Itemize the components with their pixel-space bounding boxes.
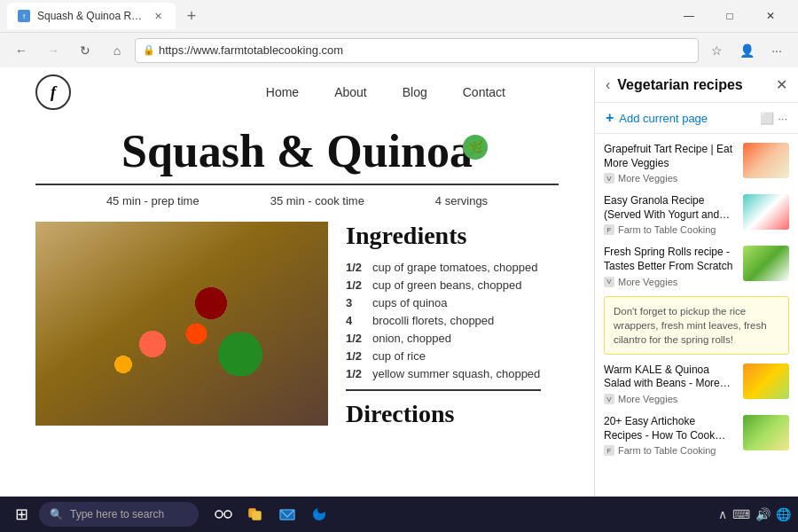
start-button[interactable]: ⊞ — [7, 500, 35, 528]
bookmark-info: Easy Granola Recipe (Served With Yogurt … — [604, 194, 736, 235]
home-button[interactable]: ⌂ — [103, 36, 131, 65]
cook-time: 35 min - cook time — [270, 194, 364, 207]
tab-favicon: f — [18, 10, 30, 22]
tab-title: Squash & Quinoa Recipe — [37, 10, 144, 22]
ingredient-qty: 1/2 — [346, 261, 372, 274]
sidebar-icon-1[interactable]: ⬜ — [760, 112, 774, 125]
nav-blog[interactable]: Blog — [403, 85, 427, 99]
list-item[interactable]: Fresh Spring Rolls recipe - Tastes Bette… — [595, 240, 798, 292]
note-box: Don't forget to pickup the rice wrappers… — [604, 296, 789, 355]
taskbar-edge[interactable] — [305, 500, 333, 528]
servings: 4 servings — [435, 194, 488, 207]
task-view-icon — [215, 505, 232, 523]
forward-button[interactable]: → — [39, 36, 67, 65]
tray-icons: ∧ ⌨ 🔊 🌐 — [718, 507, 791, 521]
system-tray: ∧ ⌨ 🔊 🌐 — [718, 507, 791, 521]
taskbar-mail[interactable] — [273, 500, 301, 528]
taskbar-search-box[interactable]: 🔍 Type here to search — [39, 502, 199, 527]
mail-icon — [278, 505, 296, 523]
source-name: More Veggies — [618, 394, 677, 404]
bookmark-info: Fresh Spring Rolls recipe - Tastes Bette… — [604, 246, 736, 286]
nav-bar: ← → ↻ ⌂ 🔒 https://www.farmtotablecooking… — [0, 32, 798, 67]
prep-time: 45 min - prep time — [106, 194, 200, 207]
sidebar-add-bar[interactable]: + Add current page ⬜ ··· — [595, 103, 798, 134]
bookmark-title: Warm KALE & Quinoa Salad with Beans - Mo… — [604, 364, 736, 391]
list-item[interactable]: Warm KALE & Quinoa Salad with Beans - Mo… — [595, 358, 798, 410]
recipe-image-visual — [35, 222, 328, 426]
tab-close-button[interactable]: ✕ — [151, 9, 165, 23]
recipe-ingredients: Ingredients 1/2cup of grape tomatoes, ch… — [328, 222, 559, 428]
favorites-button[interactable]: ☆ — [702, 36, 731, 65]
sidebar-header: ‹ Vegetarian recipes ✕ — [595, 67, 798, 103]
site-nav: Home About Blog Contact — [266, 85, 505, 99]
website: f Home About Blog Contact Squash & Quino… — [0, 67, 594, 532]
nav-home[interactable]: Home — [266, 85, 299, 99]
site-logo: f — [35, 74, 71, 110]
bookmark-info: 20+ Easy Artichoke Recipes - How To Cook… — [604, 415, 736, 456]
source-favicon: F — [604, 224, 614, 235]
list-item[interactable]: Easy Granola Recipe (Served With Yogurt … — [595, 189, 798, 240]
source-name: More Veggies — [618, 277, 677, 287]
nav-contact[interactable]: Contact — [463, 85, 505, 99]
sidebar-back-button[interactable]: ‹ — [606, 77, 610, 93]
sidebar-title: Vegetarian recipes — [617, 77, 769, 93]
plus-icon: + — [606, 110, 614, 126]
source-name: More Veggies — [618, 173, 677, 184]
source-name: Farm to Table Cooking — [618, 445, 716, 456]
recipe-title-area: Squash & Quinoa 🌿 — [35, 117, 559, 185]
search-placeholder: Type here to search — [70, 508, 164, 520]
list-item: 1/2cup of rice — [346, 349, 541, 363]
network-icon[interactable]: 🌐 — [776, 507, 791, 521]
browser-tab[interactable]: f Squash & Quinoa Recipe ✕ — [7, 3, 176, 29]
bookmark-source: F Farm to Table Cooking — [604, 224, 736, 235]
back-button[interactable]: ← — [7, 36, 35, 65]
source-favicon: V — [604, 173, 614, 184]
ingredients-divider — [346, 389, 541, 391]
bookmark-source: V More Veggies — [604, 173, 736, 184]
nav-about[interactable]: About — [334, 85, 367, 99]
ingredient-text: cup of rice — [372, 349, 541, 363]
logo-letter: f — [51, 83, 56, 102]
list-item: 1/2cup of green beans, chopped — [346, 278, 541, 292]
taskbar-files[interactable] — [241, 500, 270, 528]
svg-point-0 — [215, 511, 223, 518]
profile-button[interactable]: 👤 — [732, 36, 761, 65]
bookmark-source: V More Veggies — [604, 394, 736, 404]
close-button[interactable]: ✕ — [750, 3, 791, 29]
bookmark-source: V More Veggies — [604, 277, 736, 287]
recipe-icon: 🌿 — [463, 135, 488, 160]
ingredient-qty: 3 — [346, 296, 372, 309]
ingredient-text: cup of grape tomatoes, chopped — [372, 261, 541, 274]
list-item[interactable]: Grapefruit Tart Recipe | Eat More Veggie… — [595, 137, 798, 189]
lock-icon: 🔒 — [143, 44, 155, 56]
ingredient-text: brocolli florets, chopped — [372, 314, 541, 327]
title-bar: f Squash & Quinoa Recipe ✕ + — □ ✕ — [0, 0, 798, 32]
sidebar-more-button[interactable]: ··· — [778, 112, 787, 125]
keyboard-icon[interactable]: ⌨ — [732, 507, 750, 521]
list-item: 3cups of quinoa — [346, 296, 541, 309]
maximize-button[interactable]: □ — [709, 3, 750, 29]
volume-icon[interactable]: 🔊 — [755, 507, 771, 521]
refresh-button[interactable]: ↻ — [71, 36, 99, 65]
new-tab-button[interactable]: + — [179, 4, 204, 28]
source-name: Farm to Table Cooking — [618, 224, 716, 235]
nav-actions: ☆ 👤 ··· — [702, 36, 791, 65]
source-favicon: F — [604, 445, 614, 456]
sidebar-close-button[interactable]: ✕ — [776, 76, 787, 93]
list-item[interactable]: 20+ Easy Artichoke Recipes - How To Cook… — [595, 410, 798, 461]
list-item: 1/2cup of grape tomatoes, chopped — [346, 261, 541, 274]
bookmark-title: 20+ Easy Artichoke Recipes - How To Cook… — [604, 415, 736, 442]
chevron-up-icon[interactable]: ∧ — [718, 507, 727, 521]
minimize-button[interactable]: — — [669, 3, 709, 29]
address-bar[interactable]: 🔒 https://www.farmtotablecooking.com — [135, 38, 699, 63]
svg-point-1 — [224, 511, 231, 518]
ingredient-text: yellow summer squash, chopped — [372, 367, 541, 380]
ingredient-text: cups of quinoa — [372, 296, 541, 309]
recipe-body: Ingredients 1/2cup of grape tomatoes, ch… — [35, 222, 559, 428]
taskbar-task-view[interactable] — [209, 500, 238, 528]
ingredient-qty: 1/2 — [346, 367, 372, 380]
menu-button[interactable]: ··· — [763, 36, 791, 65]
recipe-image — [35, 222, 328, 426]
ingredient-text: onion, chopped — [372, 332, 541, 345]
bookmark-thumbnail — [743, 415, 789, 450]
